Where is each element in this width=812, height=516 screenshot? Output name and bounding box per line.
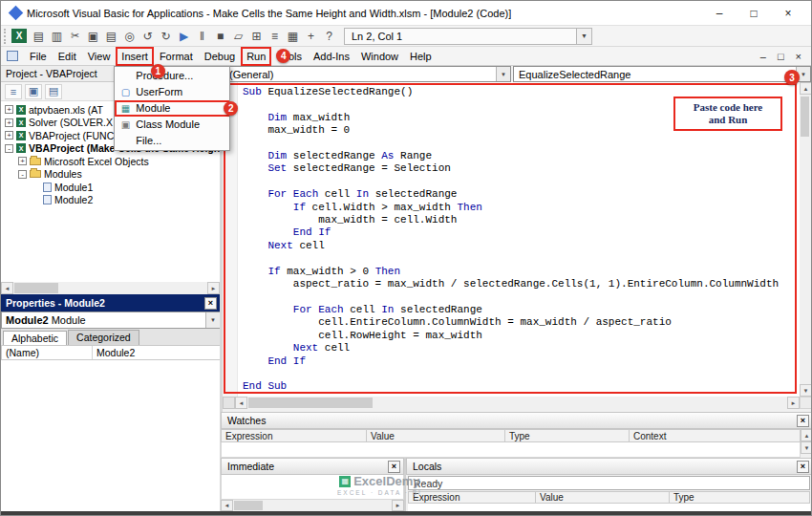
menu-format[interactable]: Format <box>154 47 199 66</box>
view-object-icon[interactable]: ▣ <box>25 84 42 99</box>
toolbar-options-chevron-icon[interactable]: ▼ <box>577 28 592 45</box>
watches-column-expression[interactable]: Expression <box>221 429 367 442</box>
scroll-thumb[interactable] <box>248 398 373 408</box>
insert-menu-item-file[interactable]: File... <box>115 133 229 149</box>
code-vscrollbar[interactable]: ▲ ▼ <box>800 82 812 397</box>
scroll-right-icon[interactable]: ► <box>392 500 404 511</box>
scroll-track[interactable] <box>247 397 787 409</box>
property-name-cell[interactable]: (Name) <box>2 346 93 359</box>
project-explorer-icon[interactable]: ⊞ <box>247 28 266 45</box>
expand-icon[interactable]: + <box>5 105 13 114</box>
collapse-icon[interactable]: - <box>18 170 27 179</box>
watches-column-value[interactable]: Value <box>367 429 505 442</box>
insert-menu-item-userform[interactable]: ▢UserForm <box>115 84 229 100</box>
immediate-locals-divider[interactable] <box>404 458 406 511</box>
menu-help[interactable]: Help <box>404 47 438 66</box>
property-value-cell[interactable]: Module2 <box>93 346 220 359</box>
child-restore-icon[interactable]: □ <box>778 51 784 62</box>
immediate-body[interactable] <box>221 475 404 500</box>
object-dropdown[interactable]: (General) ▼ <box>224 66 511 82</box>
toolbar-grip[interactable] <box>4 29 8 44</box>
menu-add-ins[interactable]: Add-Ins <box>308 47 355 66</box>
design-mode-icon[interactable]: ▱ <box>229 28 247 45</box>
help-icon[interactable]: ? <box>320 28 338 45</box>
scroll-track[interactable] <box>13 282 207 294</box>
tree-item-module1[interactable]: Module1 <box>1 181 220 194</box>
split-handle[interactable] <box>223 397 235 409</box>
tree-item-microsoft-excel-objects[interactable]: +Microsoft Excel Objects <box>1 155 220 168</box>
properties-object-dropdown[interactable]: Module2 Module ▼ <box>1 312 221 329</box>
locals-column-type[interactable]: Type <box>670 491 810 504</box>
tree-item-modules[interactable]: -Modules <box>1 168 220 182</box>
procedure-dropdown[interactable]: EqualizeSelectedRange ▼ <box>513 66 811 82</box>
watches-column-type[interactable]: Type <box>505 429 630 442</box>
watches-vscrollbar[interactable]: ▲ ▼ <box>801 429 812 454</box>
child-minimize-icon[interactable]: – <box>760 51 766 62</box>
locals-body[interactable] <box>408 504 810 511</box>
view-code-icon[interactable]: ≡ <box>5 84 22 99</box>
scroll-thumb[interactable] <box>801 97 809 137</box>
cut-icon[interactable]: ✂ <box>66 28 84 45</box>
tab-alphabetic[interactable]: Alphabetic <box>3 331 67 346</box>
locals-close-icon[interactable]: × <box>797 461 809 473</box>
watches-close-icon[interactable]: × <box>797 415 809 427</box>
find-icon[interactable]: ◎ <box>120 28 139 45</box>
properties-close-icon[interactable]: × <box>204 297 217 310</box>
scroll-up-icon[interactable]: ▲ <box>800 82 812 95</box>
menu-run[interactable]: Run4 <box>241 47 271 66</box>
close-icon[interactable]: × <box>771 1 805 25</box>
scroll-thumb[interactable] <box>14 283 58 293</box>
project-tree-hscrollbar[interactable]: ◄ ► <box>1 282 221 294</box>
tab-categorized[interactable]: Categorized <box>68 330 139 345</box>
save-icon[interactable]: ▥ <box>48 28 66 45</box>
expand-icon[interactable]: + <box>5 118 13 127</box>
menu-window[interactable]: Window <box>355 47 404 66</box>
scroll-down-icon[interactable]: ▼ <box>800 384 812 397</box>
immediate-close-icon[interactable]: × <box>388 461 400 473</box>
scroll-track[interactable] <box>800 95 812 384</box>
break-icon[interactable]: ‖ <box>193 28 211 45</box>
object-browser-icon[interactable]: ▦ <box>284 28 302 45</box>
menu-edit[interactable]: Edit <box>53 47 82 66</box>
copy-icon[interactable]: ▣ <box>84 28 102 45</box>
maximize-icon[interactable]: □ <box>737 1 771 25</box>
excel-icon[interactable]: X <box>11 29 27 43</box>
menu-view[interactable]: View <box>82 47 117 66</box>
run-icon[interactable]: ▶ <box>175 28 193 45</box>
insert-menu-item-procedure[interactable]: Procedure... <box>115 68 229 84</box>
locals-column-value[interactable]: Value <box>536 491 670 504</box>
expand-icon[interactable]: + <box>18 157 27 165</box>
minimize-icon[interactable]: – <box>702 1 737 25</box>
reset-icon[interactable]: ■ <box>211 28 229 45</box>
paste-icon[interactable]: ▤ <box>102 28 120 45</box>
toggle-folders-icon[interactable]: ▤ <box>45 84 62 99</box>
collapse-icon[interactable]: - <box>5 144 13 153</box>
expand-icon[interactable]: + <box>5 131 13 140</box>
scroll-left-icon[interactable]: ◄ <box>1 282 13 294</box>
insert-userform-icon[interactable]: ▤ <box>30 28 48 45</box>
scroll-track[interactable] <box>233 500 392 511</box>
scroll-left-icon[interactable]: ◄ <box>221 500 233 511</box>
watches-body[interactable] <box>221 442 801 458</box>
menu-insert[interactable]: Insert1Procedure...▢UserForm▦Module2▣Cla… <box>116 47 154 66</box>
scroll-down-icon[interactable]: ▼ <box>801 441 812 454</box>
scroll-right-icon[interactable]: ► <box>787 397 800 409</box>
scroll-thumb[interactable] <box>234 501 263 510</box>
chevron-down-icon[interactable]: ▼ <box>496 67 510 81</box>
insert-menu-item-module[interactable]: ▦Module2 <box>115 100 229 117</box>
scroll-up-icon[interactable]: ▲ <box>801 429 812 441</box>
menu-debug[interactable]: Debug <box>199 47 241 66</box>
chevron-down-icon[interactable]: ▼ <box>205 312 220 328</box>
insert-menu-item-class-module[interactable]: ▣Class Module <box>115 117 229 133</box>
undo-icon[interactable]: ↺ <box>139 28 157 45</box>
scroll-right-icon[interactable]: ► <box>207 282 220 294</box>
properties-window-icon[interactable]: ≡ <box>266 28 284 45</box>
watches-column-context[interactable]: Context <box>630 429 801 442</box>
code-hscrollbar[interactable]: ◄ ► <box>223 397 800 409</box>
toolbox-icon[interactable]: + <box>302 28 320 45</box>
menu-file[interactable]: File <box>24 47 53 66</box>
child-close-icon[interactable]: × <box>796 51 801 62</box>
tree-item-module2[interactable]: Module2 <box>1 194 220 207</box>
immediate-hscrollbar[interactable]: ◄ ► <box>221 500 404 511</box>
redo-icon[interactable]: ↻ <box>157 28 175 45</box>
